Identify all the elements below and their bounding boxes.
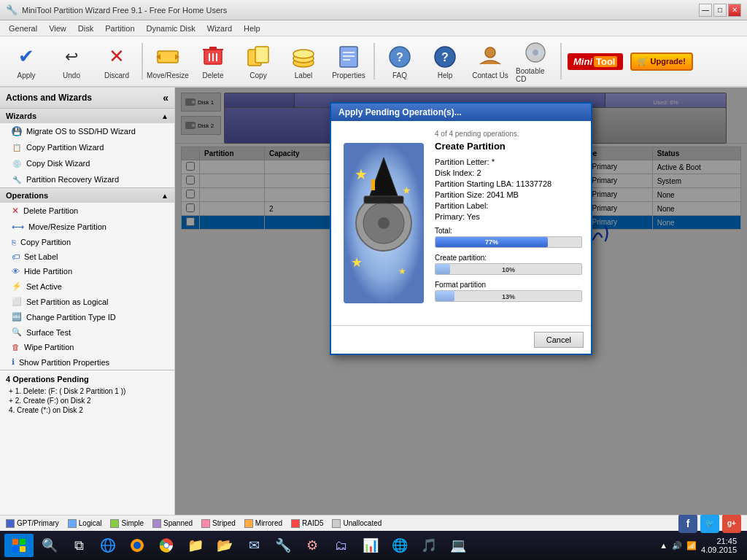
discard-button[interactable]: ✕ Discard (95, 39, 139, 84)
properties-button[interactable]: Properties (327, 39, 371, 84)
ie-button[interactable] (95, 534, 121, 557)
label-icon-left: 🏷 (12, 252, 20, 261)
delete-button[interactable]: Delete (191, 39, 235, 84)
app3-button[interactable]: 🗂 (328, 534, 355, 557)
help-label: Help (438, 71, 453, 79)
upgrade-label: 🛒 Upgrade! (638, 57, 685, 66)
files-button[interactable]: 📁 (182, 534, 209, 557)
contact-button[interactable]: Contact Us (468, 39, 512, 84)
panel-toggle[interactable]: « (163, 92, 169, 104)
app5-button[interactable]: 🌐 (387, 534, 413, 557)
delete-partition-item[interactable]: ✕ Delete Partition (0, 203, 174, 219)
legend-mirrored-label: Mirrored (255, 519, 282, 527)
menu-dynamic-disk[interactable]: Dynamic Disk (141, 23, 201, 34)
wizards-arrow[interactable]: ▲ (161, 112, 169, 120)
svg-rect-14 (340, 47, 357, 67)
explorer-button[interactable]: 📂 (212, 534, 238, 557)
minimize-button[interactable]: — (699, 4, 712, 17)
wipe-icon: 🗑 (12, 343, 20, 351)
menu-help[interactable]: Help (238, 23, 266, 34)
wizards-section-header[interactable]: Wizards ▲ (0, 108, 174, 123)
show-properties-item[interactable]: ℹ Show Partition Properties (0, 354, 174, 370)
maximize-button[interactable]: □ (713, 4, 727, 17)
total-progress-bar: 77% (435, 236, 582, 248)
wipe-partition-label: Wipe Partition (24, 343, 74, 351)
menu-view[interactable]: View (43, 23, 72, 34)
move-resize-label: Move/Resize Partition (28, 222, 107, 231)
legend-unalloc-label: Unallocated (343, 519, 382, 527)
app4-button[interactable]: 📊 (357, 534, 384, 557)
faq-button[interactable]: ? FAQ (378, 39, 422, 84)
apply-button[interactable]: ✔ Apply (4, 39, 48, 84)
change-type-item[interactable]: 🔤 Change Partition Type ID (0, 309, 174, 324)
cancel-button[interactable]: Cancel (534, 332, 584, 348)
operations-arrow[interactable]: ▲ (161, 192, 169, 200)
copy-disk-wizard-item[interactable]: 💿 Copy Disk Wizard (0, 155, 174, 171)
set-label-item[interactable]: 🏷 Set Label (0, 249, 174, 264)
apply-label: Apply (17, 71, 35, 79)
separator-3 (560, 43, 562, 79)
close-button[interactable]: ✕ (728, 4, 741, 17)
discard-icon: ✕ (104, 44, 130, 70)
label-button[interactable]: Label (282, 39, 325, 84)
move-resize-button[interactable]: Move/Resize (146, 39, 190, 84)
network-icon[interactable]: 📶 (686, 541, 697, 551)
copy-partition-op-label: Copy Partition (20, 238, 71, 246)
step-info: 4 of 4 pending operations. (435, 130, 582, 138)
undo-button[interactable]: ↩ Undo (50, 39, 93, 84)
detail-primary: Primary: Yes (435, 212, 582, 221)
label-label: Label (295, 71, 312, 79)
window-controls[interactable]: — □ ✕ (699, 4, 741, 17)
left-panel: Actions and Wizards « Wizards ▲ 💾 Migrat… (0, 88, 175, 515)
recovery-wizard-item[interactable]: 🔧 Partition Recovery Wizard (0, 171, 174, 187)
wipe-partition-item[interactable]: 🗑 Wipe Partition (0, 340, 174, 354)
start-button[interactable] (4, 534, 34, 557)
legend-raid5: RAID5 (291, 519, 323, 528)
svg-rect-5 (209, 47, 217, 50)
ops-pending-title: 4 Operations Pending (6, 375, 169, 384)
facebook-button[interactable]: f (678, 514, 697, 533)
set-active-item[interactable]: ⚡ Set Active (0, 279, 174, 294)
recovery-icon: 🔧 (12, 174, 22, 184)
chrome-button[interactable] (153, 534, 179, 557)
firefox-button[interactable] (124, 534, 150, 557)
migrate-wizard-item[interactable]: 💾 Migrate OS to SSD/HD Wizard (0, 123, 174, 139)
volume-icon[interactable]: 🔊 (672, 541, 682, 551)
set-logical-item[interactable]: ⬜ Set Partition as Logical (0, 294, 174, 309)
hide-partition-item[interactable]: 👁 Hide Partition (0, 264, 174, 279)
app2-button[interactable]: ⚙ (299, 534, 325, 557)
operations-section-header[interactable]: Operations ▲ (0, 187, 174, 203)
menu-partition[interactable]: Partition (99, 23, 140, 34)
recovery-label: Partition Recovery Wizard (26, 175, 119, 184)
app6-button[interactable]: 🎵 (416, 534, 442, 557)
copy-partition-item[interactable]: ⎘ Copy Partition (0, 235, 174, 249)
svg-point-39 (378, 217, 390, 229)
create-progress-fill (436, 264, 450, 274)
operations-label: Operations (6, 191, 48, 200)
total-label: Total: (435, 227, 582, 235)
copy-partition-icon: 📋 (12, 142, 22, 152)
operation-details: Partition Letter: * Disk Index: 2 Partit… (435, 158, 582, 221)
email-button[interactable]: ✉ (241, 534, 267, 557)
copy-partition-wizard-item[interactable]: 📋 Copy Partition Wizard (0, 139, 174, 155)
googleplus-button[interactable]: g+ (722, 514, 741, 533)
upgrade-button[interactable]: 🛒 Upgrade! (630, 52, 692, 71)
help-button[interactable]: ? Help (423, 39, 467, 84)
move-resize-item[interactable]: ⟷ Move/Resize Partition (0, 219, 174, 235)
copy-button[interactable]: Copy (236, 39, 280, 84)
search-taskbar-button[interactable]: 🔍 (36, 534, 63, 557)
legend-striped: Striped (201, 519, 236, 528)
bootable-button[interactable]: Bootable CD (514, 39, 557, 84)
discard-label: Discard (104, 71, 129, 79)
app1-button[interactable]: 🔧 (270, 534, 296, 557)
total-progress-fill: 77% (436, 237, 548, 247)
app7-button[interactable]: 💻 (445, 534, 471, 557)
delete-icon (200, 44, 226, 70)
surface-test-item[interactable]: 🔍 Surface Test (0, 324, 174, 340)
task-view-button[interactable]: ⧉ (66, 534, 92, 557)
menu-general[interactable]: General (3, 23, 43, 34)
tray-arrow[interactable]: ▲ (659, 541, 667, 550)
twitter-button[interactable]: 🐦 (700, 514, 719, 533)
menu-disk[interactable]: Disk (72, 23, 99, 34)
menu-wizard[interactable]: Wizard (201, 23, 238, 34)
